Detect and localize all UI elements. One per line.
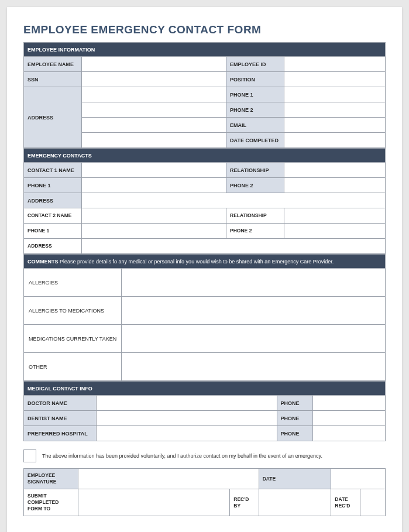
recd-by-field[interactable] xyxy=(259,489,331,516)
address-field-2[interactable] xyxy=(81,102,226,118)
employee-info-header: EMPLOYEE INFORMATION xyxy=(24,43,386,57)
position-label: POSITION xyxy=(226,72,284,87)
date-completed-field[interactable] xyxy=(284,133,385,148)
address-field-1[interactable] xyxy=(81,87,226,102)
other-field[interactable] xyxy=(121,353,385,381)
date-completed-label: DATE COMPLETED xyxy=(226,133,284,148)
doctor-name-label: DOCTOR NAME xyxy=(24,396,97,411)
emergency-header: EMERGENCY CONTACTS xyxy=(24,149,386,163)
submit-to-field[interactable] xyxy=(78,489,230,516)
contact1-name-label: CONTACT 1 NAME xyxy=(24,163,82,178)
employee-info-header-text: EMPLOYEE INFORMATION xyxy=(24,43,386,57)
hospital-label: PREFERRED HOSPITAL xyxy=(24,426,97,441)
emergency-header-text: EMERGENCY CONTACTS xyxy=(24,149,386,163)
dentist-name-field[interactable] xyxy=(96,411,277,426)
phone1-field[interactable] xyxy=(284,87,385,102)
contact2-phone2-field[interactable] xyxy=(284,224,385,239)
doctor-name-field[interactable] xyxy=(96,396,277,411)
comments-header: COMMENTS Please provide details fo any m… xyxy=(24,255,386,269)
form-page: EMPLOYEE EMERGENCY CONTACT FORM EMPLOYEE… xyxy=(7,7,402,532)
contact2-name-field[interactable] xyxy=(81,208,226,224)
recd-by-label: REC'D BY xyxy=(230,489,259,516)
medical-contact-table: MEDICAL CONTACT INFO DOCTOR NAME PHONE D… xyxy=(23,381,386,441)
contact2-relationship-field[interactable] xyxy=(284,208,385,224)
date-recd-field[interactable] xyxy=(360,489,385,516)
contact1-phone2-field[interactable] xyxy=(284,178,385,193)
email-field[interactable] xyxy=(284,118,385,133)
contact1-phone1-label: PHONE 1 xyxy=(24,178,82,193)
address-field-3[interactable] xyxy=(81,118,226,133)
emergency-contacts-table: EMERGENCY CONTACTS CONTACT 1 NAME RELATI… xyxy=(23,148,386,254)
comments-table: COMMENTS Please provide details fo any m… xyxy=(23,254,386,381)
contact2-phone2-label: PHONE 2 xyxy=(226,224,284,239)
comments-strong: COMMENTS xyxy=(28,259,59,265)
consent-text: The above information has been provided … xyxy=(42,453,322,459)
sig-date-label: DATE xyxy=(259,469,331,489)
contact1-phone2-label: PHONE 2 xyxy=(226,178,284,193)
contact2-relationship-label: RELATIONSHIP xyxy=(226,208,284,224)
hospital-phone-label: PHONE xyxy=(277,426,313,441)
meds-current-label: MEDICATIONS CURRENTLY TAKEN xyxy=(24,325,122,353)
ssn-label: SSN xyxy=(24,72,82,87)
contact1-address-label: ADDRESS xyxy=(24,193,82,208)
allergies-field[interactable] xyxy=(121,269,385,297)
contact1-address-field[interactable] xyxy=(81,193,385,208)
address-label: ADDRESS xyxy=(24,87,82,148)
contact1-relationship-label: RELATIONSHIP xyxy=(226,163,284,178)
comments-header-text: COMMENTS Please provide details fo any m… xyxy=(24,255,386,269)
employee-id-label: EMPLOYEE ID xyxy=(226,57,284,72)
consent-row: The above information has been provided … xyxy=(23,449,386,462)
phone2-field[interactable] xyxy=(284,102,385,118)
submit-to-label: SUBMIT COMPLETED FORM TO xyxy=(24,489,78,516)
signature-label: EMPLOYEE SIGNATURE xyxy=(24,469,78,489)
contact2-address-field[interactable] xyxy=(81,239,385,254)
contact2-phone1-label: PHONE 1 xyxy=(24,224,82,239)
doctor-phone-label: PHONE xyxy=(277,396,313,411)
medical-header-text: MEDICAL CONTACT INFO xyxy=(24,382,386,396)
dentist-phone-label: PHONE xyxy=(277,411,313,426)
employee-name-label: EMPLOYEE NAME xyxy=(24,57,82,72)
contact2-address-label: ADDRESS xyxy=(24,239,82,254)
medical-header: MEDICAL CONTACT INFO xyxy=(24,382,386,396)
phone2-label: PHONE 2 xyxy=(226,102,284,118)
address-field-4[interactable] xyxy=(81,133,226,148)
position-field[interactable] xyxy=(284,72,385,87)
sig-date-field[interactable] xyxy=(331,469,386,489)
form-title: EMPLOYEE EMERGENCY CONTACT FORM xyxy=(23,23,386,36)
employee-name-field[interactable] xyxy=(81,57,226,72)
consent-checkbox[interactable] xyxy=(23,449,36,462)
doctor-phone-field[interactable] xyxy=(313,396,386,411)
allergies-meds-label: ALLERGIES TO MEDICATIONS xyxy=(24,297,122,325)
phone1-label: PHONE 1 xyxy=(226,87,284,102)
contact2-name-label: CONTACT 2 NAME xyxy=(24,208,82,224)
contact1-phone1-field[interactable] xyxy=(81,178,226,193)
contact2-phone1-field[interactable] xyxy=(81,224,226,239)
contact1-name-field[interactable] xyxy=(81,163,226,178)
signature-table: EMPLOYEE SIGNATURE DATE SUBMIT COMPLETED… xyxy=(23,468,386,516)
signature-field[interactable] xyxy=(78,469,259,489)
ssn-field[interactable] xyxy=(81,72,226,87)
employee-info-table: EMPLOYEE INFORMATION EMPLOYEE NAME EMPLO… xyxy=(23,42,386,148)
other-label: OTHER xyxy=(24,353,122,381)
hospital-field[interactable] xyxy=(96,426,277,441)
date-recd-label: DATE REC'D xyxy=(331,489,360,516)
allergies-meds-field[interactable] xyxy=(121,297,385,325)
comments-rest: Please provide details fo any medical or… xyxy=(59,259,334,265)
hospital-phone-field[interactable] xyxy=(313,426,386,441)
meds-current-field[interactable] xyxy=(121,325,385,353)
allergies-label: ALLERGIES xyxy=(24,269,122,297)
employee-id-field[interactable] xyxy=(284,57,385,72)
contact1-relationship-field[interactable] xyxy=(284,163,385,178)
dentist-phone-field[interactable] xyxy=(313,411,386,426)
email-label: EMAIL xyxy=(226,118,284,133)
dentist-name-label: DENTIST NAME xyxy=(24,411,97,426)
